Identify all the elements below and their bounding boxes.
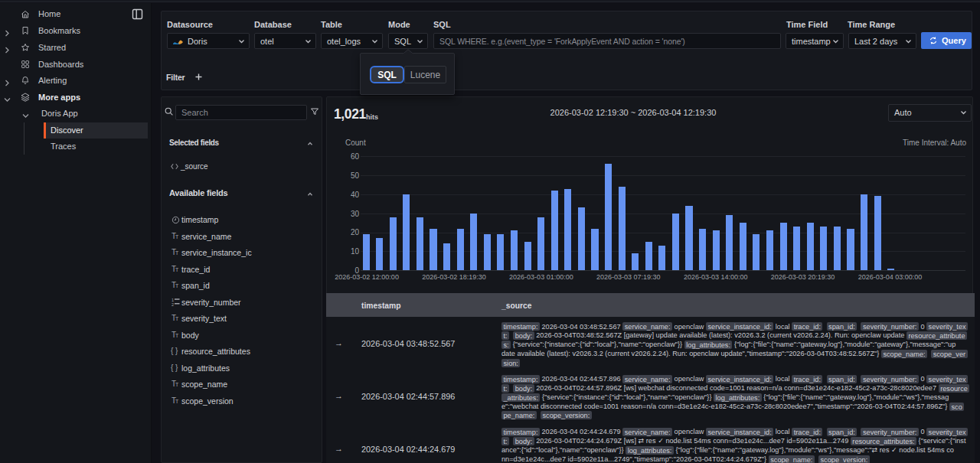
svg-text:1: 1 — [172, 298, 174, 302]
svg-text:2: 2 — [172, 302, 174, 307]
